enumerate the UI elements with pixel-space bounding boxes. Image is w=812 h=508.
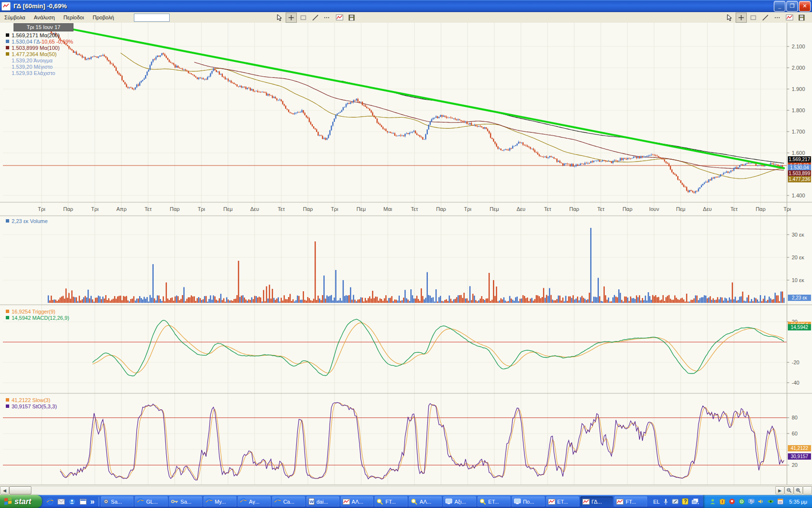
taskbar-button-label: Πο... xyxy=(523,499,534,505)
svg-text:!: ! xyxy=(722,499,723,504)
language-indicator[interactable]: EL xyxy=(653,499,659,505)
taskbar-button-11[interactable]: Αξι... xyxy=(443,496,476,507)
tray-target-icon[interactable] xyxy=(738,498,745,505)
chart-icon xyxy=(616,499,624,505)
svg-text:e: e xyxy=(48,499,51,504)
quick-launch: e» xyxy=(42,497,99,507)
minimize-button[interactable]: _ xyxy=(774,1,785,12)
save-tool-icon[interactable] xyxy=(346,13,357,23)
scroll-left-button[interactable]: ◀ xyxy=(0,486,9,494)
menu-item-2[interactable]: Ανάλυση xyxy=(29,13,59,22)
tray-user-icon[interactable] xyxy=(709,498,716,505)
taskbar-button-label: Ca... xyxy=(283,499,294,505)
tray-heart-icon[interactable] xyxy=(728,498,736,505)
taskbar-button-label: ΑΛ... xyxy=(352,499,363,505)
svg-text:e: e xyxy=(276,499,279,504)
tray-calendar-icon[interactable] xyxy=(777,498,784,505)
dotted-line-tool-icon[interactable] xyxy=(772,13,783,23)
chart-tool-icon[interactable] xyxy=(334,13,345,23)
microphone-icon[interactable] xyxy=(663,498,668,505)
zoom-out-button[interactable] xyxy=(784,486,794,494)
magnifier-icon xyxy=(377,498,383,505)
taskbar-button-2[interactable]: eGL... xyxy=(135,496,168,507)
pointer-tool-icon[interactable] xyxy=(724,13,735,23)
windows-flag-icon xyxy=(4,497,12,506)
taskbar-button-15[interactable]: ΓΔ... xyxy=(580,496,613,507)
tray-eye-icon[interactable] xyxy=(767,498,774,505)
taskbar-button-5[interactable]: eΑγ... xyxy=(238,496,271,507)
taskbar-button-label: Αγ... xyxy=(249,499,260,505)
chart-tool-icon[interactable] xyxy=(784,13,795,23)
toolbar-center xyxy=(274,13,357,23)
taskbar-button-12[interactable]: ET... xyxy=(478,496,510,507)
taskbar-button-label: FT... xyxy=(385,499,395,505)
tablet-pen-icon[interactable] xyxy=(672,498,679,505)
ie-icon: e xyxy=(274,498,281,505)
app-chart-icon xyxy=(1,2,11,11)
taskbar-button-label: FT... xyxy=(625,499,636,505)
taskbar-button-1[interactable]: Sa... xyxy=(101,496,134,507)
trendline-tool-icon[interactable] xyxy=(760,13,771,23)
menu-bar: ΣύμβολαΑνάλυσηΠερίοδοιΠροβολή xyxy=(0,12,812,23)
svg-text:?: ? xyxy=(684,499,687,504)
taskbar-button-label: GL... xyxy=(146,499,158,505)
chart-canvas[interactable] xyxy=(0,23,812,486)
symbol-input[interactable] xyxy=(134,14,170,22)
svg-text:e: e xyxy=(207,499,210,504)
zoom-in-button[interactable] xyxy=(794,486,803,494)
taskbar-button-4[interactable]: eMy... xyxy=(203,496,236,507)
system-tray: !Rz 5:35 μμ xyxy=(703,495,812,508)
taskbar-button-6[interactable]: eCa... xyxy=(272,496,305,507)
word-icon: W xyxy=(308,498,315,505)
taskbar-button-label: ΑΛ... xyxy=(420,499,431,505)
pointer-tool-icon[interactable] xyxy=(274,13,285,23)
start-button[interactable]: start xyxy=(0,495,42,508)
rectangle-tool-icon[interactable] xyxy=(748,13,759,23)
menu-item-1[interactable]: Σύμβολα xyxy=(0,13,29,22)
tray-alert-shield-icon[interactable]: ! xyxy=(719,498,726,505)
taskbar-button-label: Sa... xyxy=(180,499,191,505)
tray-network-icon[interactable]: Rz xyxy=(748,498,755,505)
rectangle-tool-icon[interactable] xyxy=(298,13,309,23)
crosshair-tool-icon[interactable] xyxy=(286,13,297,23)
menu-item-4[interactable]: Προβολή xyxy=(88,13,118,22)
taskbar-button-label: Αξι... xyxy=(454,499,466,505)
taskbar-button-10[interactable]: ΑΛ... xyxy=(409,496,442,507)
application-window: ΓΔ [60min] -0,69% _ ❐ ✕ ΣύμβολαΑνάλυσηΠε… xyxy=(0,0,812,508)
taskbar-clock: 5:35 μμ xyxy=(789,499,807,505)
quick-launch-ie-icon[interactable]: e xyxy=(46,497,54,506)
taskbar-button-3[interactable]: Sa... xyxy=(169,496,202,507)
quick-launch-show-desktop-icon[interactable] xyxy=(79,497,87,506)
svg-text:e: e xyxy=(139,499,142,504)
restore-button[interactable]: ❐ xyxy=(786,1,798,12)
title-bar[interactable]: ΓΔ [60min] -0,69% _ ❐ ✕ xyxy=(0,0,812,12)
start-label: start xyxy=(14,497,31,506)
indicator-area: EL ? xyxy=(649,498,703,505)
help-icon[interactable]: ? xyxy=(682,498,688,505)
taskbar-button-9[interactable]: FT... xyxy=(375,496,407,507)
taskbar-button-7[interactable]: Wdai... xyxy=(306,496,339,507)
scroll-right-button[interactable]: ▶ xyxy=(775,486,784,494)
window-title: ΓΔ [60min] -0,69% xyxy=(14,2,773,10)
taskbar-button-8[interactable]: ΑΛ... xyxy=(341,496,374,507)
quick-launch-overflow-chevron[interactable]: » xyxy=(90,497,95,506)
window-cascade-icon[interactable] xyxy=(692,498,699,505)
horizontal-scrollbar: ◀ ▶ xyxy=(0,486,812,494)
scroll-thumb[interactable] xyxy=(9,486,31,494)
close-button[interactable]: ✕ xyxy=(799,1,811,12)
dotted-line-tool-icon[interactable] xyxy=(322,13,333,23)
menu-item-3[interactable]: Περίοδοι xyxy=(59,13,88,22)
taskbar-button-14[interactable]: ET... xyxy=(546,496,579,507)
key-icon xyxy=(171,499,178,504)
save-tool-icon[interactable] xyxy=(796,13,807,23)
quick-launch-mail-icon[interactable] xyxy=(57,497,65,506)
taskbar-button-16[interactable]: FT... xyxy=(614,496,647,507)
taskbar-button-label: ΓΔ... xyxy=(592,499,602,505)
scroll-track[interactable] xyxy=(31,486,775,494)
trendline-tool-icon[interactable] xyxy=(310,13,321,23)
taskbar-button-13[interactable]: Πο... xyxy=(512,496,545,507)
taskbar-button-label: Sa... xyxy=(111,499,122,505)
crosshair-tool-icon[interactable] xyxy=(736,13,747,23)
quick-launch-messenger-icon[interactable] xyxy=(68,497,76,506)
tray-speaker-icon[interactable] xyxy=(757,498,765,505)
